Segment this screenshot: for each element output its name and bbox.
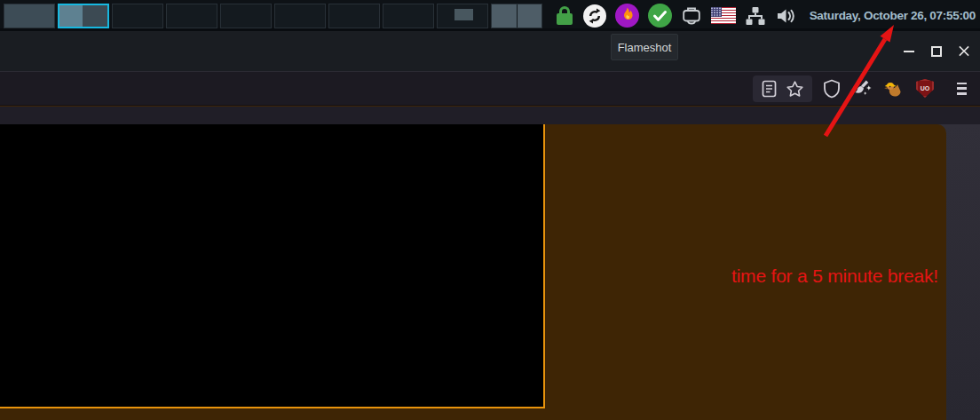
- workspace-5[interactable]: [220, 4, 272, 28]
- workspace-9[interactable]: [437, 4, 488, 28]
- workspace-1[interactable]: [4, 4, 55, 28]
- ublock-shield-icon: UO: [916, 79, 934, 98]
- workspace-10[interactable]: [491, 4, 542, 28]
- ublock-origin-button[interactable]: UO: [914, 78, 936, 99]
- sync-update-icon[interactable]: [583, 4, 606, 28]
- workspace-8[interactable]: [383, 4, 434, 28]
- flameshot-tooltip: Flameshot: [611, 34, 678, 60]
- workspace-4[interactable]: [166, 4, 217, 28]
- urlbar-end-buttons: [753, 75, 812, 102]
- workspace-window-thumb: [59, 5, 83, 27]
- workspace-pager: [4, 4, 542, 28]
- menu-button[interactable]: [945, 78, 967, 99]
- shield-icon: [823, 79, 841, 99]
- lock-shackle: [559, 6, 570, 13]
- desktop-screen: Saturday, October 26, 07:55:00 Flameshot: [0, 0, 980, 420]
- toolbar-extension-icons: UO: [821, 72, 967, 105]
- window-controls: [903, 31, 970, 71]
- tracking-shield-button[interactable]: [821, 78, 842, 99]
- hamburger-menu-icon: [957, 83, 967, 95]
- flameshot-icon[interactable]: [615, 4, 639, 28]
- browser-toolbar: UO: [0, 71, 980, 106]
- close-button[interactable]: [958, 45, 970, 58]
- workspace-window-thumb: [518, 4, 542, 28]
- taskbar-clock[interactable]: Saturday, October 26, 07:55:00: [810, 9, 976, 22]
- workspace-7[interactable]: [328, 4, 380, 28]
- workspace-window-thumb: [492, 4, 517, 28]
- reader-mode-icon: [762, 80, 777, 98]
- workspace-2-active[interactable]: [58, 4, 109, 28]
- check-ok-icon[interactable]: [648, 4, 672, 28]
- us-flag-keyboard-layout-icon[interactable]: [711, 7, 736, 24]
- maximize-button[interactable]: [930, 45, 943, 58]
- workspace-6[interactable]: [274, 4, 326, 28]
- lock-body: [557, 13, 573, 25]
- ublock-label: UO: [921, 85, 930, 91]
- taskbar: Saturday, October 26, 07:55:00: [0, 0, 980, 31]
- lock-icon[interactable]: [555, 6, 574, 25]
- duck-icon: [883, 78, 905, 99]
- bookmarks-bar: [0, 107, 980, 124]
- minimize-icon: [904, 51, 914, 52]
- workspace-window-thumb: [83, 5, 107, 27]
- star-icon: [786, 80, 804, 99]
- network-icon[interactable]: [745, 6, 766, 26]
- volume-icon[interactable]: [775, 6, 796, 26]
- printer-icon[interactable]: [681, 5, 702, 26]
- duck-extension-button[interactable]: [883, 78, 905, 99]
- workspace-window-thumb: [454, 9, 473, 20]
- bookmark-star-button[interactable]: [786, 78, 805, 99]
- close-icon: [958, 44, 970, 58]
- broom-sparkle-icon: [852, 78, 873, 99]
- maximize-icon: [931, 46, 942, 57]
- reader-mode-button[interactable]: [760, 78, 778, 99]
- annotation-text: time for a 5 minute break!: [731, 265, 938, 287]
- cleaner-broom-button[interactable]: [852, 78, 873, 99]
- content-area: time for a 5 minute break!: [0, 124, 980, 420]
- workspace-3[interactable]: [112, 4, 163, 28]
- system-tray: [555, 0, 796, 31]
- minimize-button[interactable]: [903, 45, 915, 58]
- window-titlebar: Flameshot: [0, 31, 980, 71]
- flag-canton: [711, 7, 722, 17]
- black-capture-region: [0, 124, 545, 408]
